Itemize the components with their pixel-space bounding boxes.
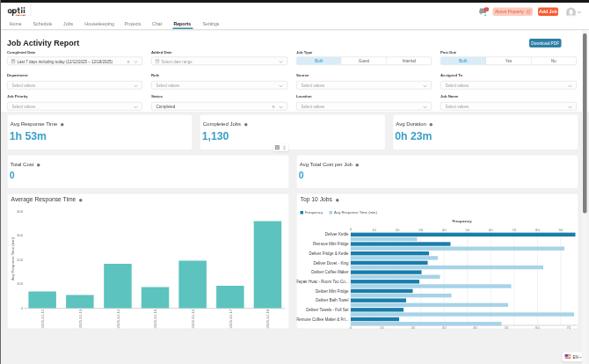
svg-text:40: 40 xyxy=(473,325,477,330)
svg-text:90: 90 xyxy=(559,228,564,232)
svg-text:70: 70 xyxy=(512,228,516,232)
svg-text:80: 80 xyxy=(535,228,540,232)
svg-text:10: 10 xyxy=(372,228,376,232)
svg-text:10: 10 xyxy=(380,325,384,330)
svg-text:Deliver Coffee Maker: Deliver Coffee Maker xyxy=(311,270,349,274)
svg-text:70: 70 xyxy=(566,325,571,330)
svg-text:60: 60 xyxy=(489,228,493,232)
svg-text:Remove Mini Fridge: Remove Mini Fridge xyxy=(313,242,349,246)
svg-text:2025-12-16: 2025-12-16 xyxy=(191,309,195,328)
svg-text:Avg Response Time (min): Avg Response Time (min) xyxy=(334,210,377,215)
svg-text:50: 50 xyxy=(465,228,469,232)
svg-text:Frequency: Frequency xyxy=(305,210,324,215)
svg-text:200: 200 xyxy=(17,258,24,262)
svg-text:20: 20 xyxy=(396,228,400,232)
svg-text:Avg Response Time (min): Avg Response Time (min) xyxy=(11,237,15,280)
svg-text:Frequency: Frequency xyxy=(452,219,472,223)
svg-text:50: 50 xyxy=(505,325,509,330)
svg-text:2025-12-12: 2025-12-12 xyxy=(40,309,45,328)
svg-text:Deliver Fridge & Kettle: Deliver Fridge & Kettle xyxy=(309,251,349,256)
svg-text:0: 0 xyxy=(21,306,24,310)
svg-text:30: 30 xyxy=(418,228,423,232)
svg-text:0: 0 xyxy=(350,325,353,330)
svg-text:Deliver Bath Towel: Deliver Bath Towel xyxy=(316,298,348,302)
svg-text:Repair Hvac - Room Too Co...: Repair Hvac - Room Too Co... xyxy=(297,280,349,284)
svg-text:30: 30 xyxy=(442,325,447,330)
svg-text:Deliver Kettle: Deliver Kettle xyxy=(325,232,349,237)
svg-text:2025-12-17: 2025-12-17 xyxy=(229,309,233,328)
svg-text:0: 0 xyxy=(350,227,353,231)
svg-text:2025-12-14: 2025-12-14 xyxy=(116,309,120,328)
svg-text:300: 300 xyxy=(17,233,24,237)
svg-text:2025-12-15: 2025-12-15 xyxy=(153,309,157,328)
svg-text:0: 0 xyxy=(486,8,488,11)
svg-text:100: 100 xyxy=(17,281,24,286)
svg-text:Deliver Duvet - King: Deliver Duvet - King xyxy=(313,261,349,266)
svg-text:20: 20 xyxy=(411,325,415,330)
svg-text:Remove Coffee Maker & Fri...: Remove Coffee Maker & Fri... xyxy=(297,317,349,322)
svg-text:2025-12-13: 2025-12-13 xyxy=(78,309,83,328)
svg-text:60: 60 xyxy=(535,325,540,330)
svg-text:2025-12-18: 2025-12-18 xyxy=(265,309,270,328)
svg-text:Deliver Mini Fridge: Deliver Mini Fridge xyxy=(316,289,349,294)
svg-text:40: 40 xyxy=(442,228,447,232)
svg-text:Deliver Towels - Full Set: Deliver Towels - Full Set xyxy=(306,308,349,312)
svg-text:400: 400 xyxy=(17,209,24,214)
